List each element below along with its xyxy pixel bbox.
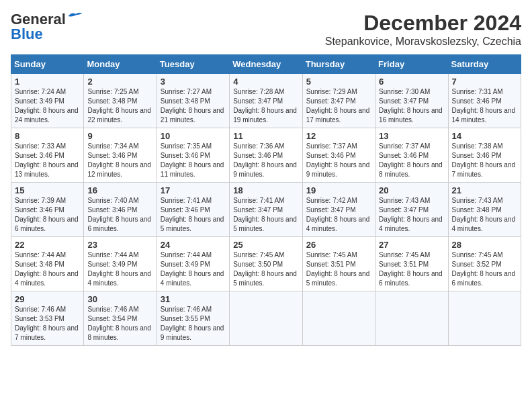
day-number: 14 <box>452 131 517 141</box>
day-number: 30 <box>87 294 152 304</box>
day-number: 24 <box>161 240 226 250</box>
day-info: Sunrise: 7:37 AMSunset: 3:46 PMDaylight:… <box>306 142 371 179</box>
calendar-week-row: 8Sunrise: 7:33 AMSunset: 3:46 PMDaylight… <box>11 128 521 183</box>
calendar-cell: 7Sunrise: 7:31 AMSunset: 3:46 PMDaylight… <box>448 74 521 128</box>
calendar-cell <box>230 291 302 346</box>
day-info: Sunrise: 7:29 AMSunset: 3:47 PMDaylight:… <box>306 87 371 125</box>
day-info: Sunrise: 7:44 AMSunset: 3:49 PMDaylight:… <box>161 250 226 288</box>
day-info: Sunrise: 7:28 AMSunset: 3:47 PMDaylight:… <box>233 87 298 125</box>
day-info: Sunrise: 7:46 AMSunset: 3:55 PMDaylight:… <box>161 305 226 342</box>
day-info: Sunrise: 7:24 AMSunset: 3:49 PMDaylight:… <box>15 87 80 125</box>
day-number: 31 <box>161 294 226 304</box>
calendar-subtitle: Stepankovice, Moravskoslezsky, Czechia <box>325 36 521 48</box>
day-info: Sunrise: 7:43 AMSunset: 3:48 PMDaylight:… <box>452 196 517 234</box>
day-info: Sunrise: 7:42 AMSunset: 3:47 PMDaylight:… <box>306 196 371 234</box>
calendar-cell: 13Sunrise: 7:37 AMSunset: 3:46 PMDayligh… <box>375 128 448 183</box>
day-info: Sunrise: 7:36 AMSunset: 3:46 PMDaylight:… <box>233 142 298 179</box>
day-info: Sunrise: 7:31 AMSunset: 3:46 PMDaylight:… <box>452 87 517 125</box>
col-header-saturday: Saturday <box>448 55 521 74</box>
day-number: 21 <box>452 185 517 195</box>
day-number: 13 <box>379 131 444 141</box>
day-info: Sunrise: 7:35 AMSunset: 3:46 PMDaylight:… <box>161 142 226 179</box>
day-info: Sunrise: 7:45 AMSunset: 3:51 PMDaylight:… <box>306 250 371 288</box>
calendar-cell: 4Sunrise: 7:28 AMSunset: 3:47 PMDaylight… <box>230 74 302 128</box>
calendar-cell: 22Sunrise: 7:44 AMSunset: 3:48 PMDayligh… <box>11 237 84 291</box>
calendar-cell: 29Sunrise: 7:46 AMSunset: 3:53 PMDayligh… <box>11 291 84 346</box>
calendar-cell: 2Sunrise: 7:25 AMSunset: 3:48 PMDaylight… <box>84 74 157 128</box>
calendar-week-row: 1Sunrise: 7:24 AMSunset: 3:49 PMDaylight… <box>11 74 521 128</box>
calendar-week-row: 29Sunrise: 7:46 AMSunset: 3:53 PMDayligh… <box>11 291 521 346</box>
day-info: Sunrise: 7:38 AMSunset: 3:46 PMDaylight:… <box>452 142 517 179</box>
day-info: Sunrise: 7:45 AMSunset: 3:50 PMDaylight:… <box>233 250 298 288</box>
calendar-cell: 21Sunrise: 7:43 AMSunset: 3:48 PMDayligh… <box>448 183 521 237</box>
day-info: Sunrise: 7:43 AMSunset: 3:47 PMDaylight:… <box>379 196 444 234</box>
day-number: 25 <box>233 240 298 250</box>
calendar-cell: 18Sunrise: 7:41 AMSunset: 3:47 PMDayligh… <box>230 183 302 237</box>
day-number: 3 <box>161 77 226 87</box>
day-number: 16 <box>87 185 152 195</box>
calendar-title: December 2024 <box>325 11 521 36</box>
calendar-cell: 16Sunrise: 7:40 AMSunset: 3:46 PMDayligh… <box>84 183 157 237</box>
day-number: 8 <box>15 131 80 141</box>
day-info: Sunrise: 7:45 AMSunset: 3:51 PMDaylight:… <box>379 250 444 288</box>
day-number: 6 <box>379 77 444 87</box>
day-number: 4 <box>233 77 298 87</box>
calendar-cell: 26Sunrise: 7:45 AMSunset: 3:51 PMDayligh… <box>302 237 375 291</box>
day-info: Sunrise: 7:40 AMSunset: 3:46 PMDaylight:… <box>87 196 152 234</box>
col-header-tuesday: Tuesday <box>157 55 229 74</box>
col-header-sunday: Sunday <box>11 55 84 74</box>
calendar-cell: 12Sunrise: 7:37 AMSunset: 3:46 PMDayligh… <box>302 128 375 183</box>
calendar-cell: 10Sunrise: 7:35 AMSunset: 3:46 PMDayligh… <box>157 128 229 183</box>
day-info: Sunrise: 7:37 AMSunset: 3:46 PMDaylight:… <box>379 142 444 179</box>
day-info: Sunrise: 7:41 AMSunset: 3:47 PMDaylight:… <box>233 196 298 234</box>
calendar-cell: 8Sunrise: 7:33 AMSunset: 3:46 PMDaylight… <box>11 128 84 183</box>
calendar-cell: 20Sunrise: 7:43 AMSunset: 3:47 PMDayligh… <box>375 183 448 237</box>
col-header-wednesday: Wednesday <box>230 55 302 74</box>
calendar-table: SundayMondayTuesdayWednesdayThursdayFrid… <box>11 54 521 346</box>
day-number: 27 <box>379 240 444 250</box>
day-info: Sunrise: 7:46 AMSunset: 3:54 PMDaylight:… <box>87 305 152 342</box>
logo: General Blue <box>11 11 83 43</box>
day-info: Sunrise: 7:39 AMSunset: 3:46 PMDaylight:… <box>15 196 80 234</box>
day-info: Sunrise: 7:30 AMSunset: 3:47 PMDaylight:… <box>379 87 444 125</box>
calendar-cell: 27Sunrise: 7:45 AMSunset: 3:51 PMDayligh… <box>375 237 448 291</box>
calendar-cell: 23Sunrise: 7:44 AMSunset: 3:49 PMDayligh… <box>84 237 157 291</box>
day-info: Sunrise: 7:44 AMSunset: 3:49 PMDaylight:… <box>87 250 152 288</box>
calendar-cell: 17Sunrise: 7:41 AMSunset: 3:46 PMDayligh… <box>157 183 229 237</box>
day-number: 29 <box>15 294 80 304</box>
calendar-cell: 28Sunrise: 7:45 AMSunset: 3:52 PMDayligh… <box>448 237 521 291</box>
page-header: General Blue December 2024 Stepankovice,… <box>11 11 521 48</box>
calendar-cell: 31Sunrise: 7:46 AMSunset: 3:55 PMDayligh… <box>157 291 229 346</box>
calendar-week-row: 22Sunrise: 7:44 AMSunset: 3:48 PMDayligh… <box>11 237 521 291</box>
day-number: 9 <box>87 131 152 141</box>
calendar-cell: 9Sunrise: 7:34 AMSunset: 3:46 PMDaylight… <box>84 128 157 183</box>
day-number: 5 <box>306 77 371 87</box>
col-header-friday: Friday <box>375 55 448 74</box>
calendar-cell: 6Sunrise: 7:30 AMSunset: 3:47 PMDaylight… <box>375 74 448 128</box>
logo-blue: Blue <box>11 26 43 43</box>
day-number: 2 <box>87 77 152 87</box>
day-number: 15 <box>15 185 80 195</box>
calendar-header-row: SundayMondayTuesdayWednesdayThursdayFrid… <box>11 55 521 74</box>
calendar-cell: 11Sunrise: 7:36 AMSunset: 3:46 PMDayligh… <box>230 128 302 183</box>
day-number: 10 <box>161 131 226 141</box>
day-number: 23 <box>87 240 152 250</box>
day-info: Sunrise: 7:27 AMSunset: 3:48 PMDaylight:… <box>161 87 226 125</box>
day-number: 18 <box>233 185 298 195</box>
day-number: 7 <box>452 77 517 87</box>
day-number: 26 <box>306 240 371 250</box>
col-header-thursday: Thursday <box>302 55 375 74</box>
col-header-monday: Monday <box>84 55 157 74</box>
day-info: Sunrise: 7:25 AMSunset: 3:48 PMDaylight:… <box>87 87 152 125</box>
day-number: 11 <box>233 131 298 141</box>
calendar-cell: 14Sunrise: 7:38 AMSunset: 3:46 PMDayligh… <box>448 128 521 183</box>
day-info: Sunrise: 7:34 AMSunset: 3:46 PMDaylight:… <box>87 142 152 179</box>
calendar-cell: 1Sunrise: 7:24 AMSunset: 3:49 PMDaylight… <box>11 74 84 128</box>
day-number: 19 <box>306 185 371 195</box>
day-info: Sunrise: 7:45 AMSunset: 3:52 PMDaylight:… <box>452 250 517 288</box>
calendar-cell: 30Sunrise: 7:46 AMSunset: 3:54 PMDayligh… <box>84 291 157 346</box>
calendar-cell <box>448 291 521 346</box>
calendar-cell <box>375 291 448 346</box>
calendar-cell <box>302 291 375 346</box>
logo-bird-icon <box>67 10 83 22</box>
